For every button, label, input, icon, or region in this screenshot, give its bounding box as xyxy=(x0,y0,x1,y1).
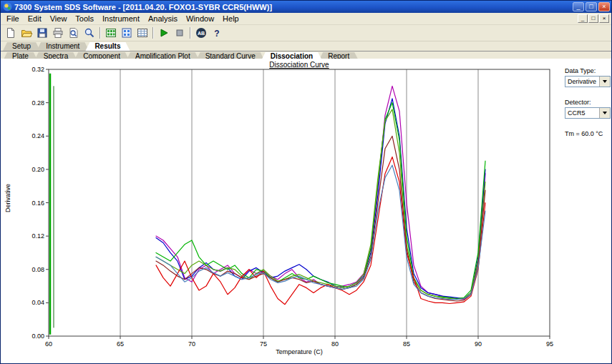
menu-item-help[interactable]: Help xyxy=(218,14,243,24)
child-minimize-button[interactable]: _ xyxy=(578,14,588,23)
restore-button[interactable]: □ xyxy=(586,2,597,11)
svg-text:60: 60 xyxy=(45,340,52,348)
dissociation-view: Dissociation Curve 0.000.040.080.120.160… xyxy=(1,59,611,363)
chevron-down-icon[interactable] xyxy=(599,77,610,87)
dissociation-chart: 0.000.040.080.120.160.200.240.280.326065… xyxy=(1,59,566,359)
toolbar-separator xyxy=(152,27,154,39)
start-run-button[interactable] xyxy=(156,26,172,40)
new-document-icon xyxy=(5,27,16,39)
svg-text:AB: AB xyxy=(198,31,205,36)
window-title: 7300 System SDS Software - [2011.04.20. … xyxy=(14,3,573,11)
help-icon: ? xyxy=(211,27,223,39)
stop-run-icon xyxy=(174,27,185,39)
svg-text:0.12: 0.12 xyxy=(31,232,44,240)
chart-options-panel: Data Type: Derivative Detector: CCR5 Tm … xyxy=(565,67,611,137)
detector-value: CCR5 xyxy=(565,109,599,117)
menu-item-analysis[interactable]: Analysis xyxy=(144,14,182,24)
menu-item-edit[interactable]: Edit xyxy=(24,14,46,24)
print-preview-icon xyxy=(68,27,79,39)
svg-text:0.32: 0.32 xyxy=(31,66,44,73)
plate-grid-icon xyxy=(105,27,117,39)
close-button[interactable]: × xyxy=(598,2,610,11)
svg-text:0.08: 0.08 xyxy=(31,266,44,273)
svg-text:0.04: 0.04 xyxy=(31,299,44,306)
print-preview-button[interactable] xyxy=(66,26,82,40)
svg-text:65: 65 xyxy=(117,340,124,348)
svg-text:70: 70 xyxy=(188,340,195,348)
child-close-button[interactable]: × xyxy=(599,14,609,23)
new-document-button[interactable] xyxy=(3,26,19,40)
y-axis-label: Derivative xyxy=(4,169,11,227)
data-type-select[interactable]: Derivative xyxy=(565,76,611,87)
chevron-down-icon[interactable] xyxy=(599,108,610,118)
svg-text:80: 80 xyxy=(331,340,339,348)
menu-item-instrument[interactable]: Instrument xyxy=(98,14,144,24)
print-icon xyxy=(52,27,64,39)
app-icon xyxy=(3,2,12,11)
tab-setup[interactable]: Setup xyxy=(3,42,40,51)
menu-item-file[interactable]: File xyxy=(2,14,24,24)
svg-text:0.00: 0.00 xyxy=(31,333,44,340)
svg-text:0.20: 0.20 xyxy=(31,166,44,173)
svg-text:0.16: 0.16 xyxy=(31,200,44,207)
stop-run-button[interactable] xyxy=(172,26,188,40)
well-grid-icon xyxy=(121,27,132,39)
tab-results[interactable]: Results xyxy=(85,42,130,51)
svg-text:90: 90 xyxy=(475,340,482,348)
menu-item-window[interactable]: Window xyxy=(182,14,218,24)
svg-text:0.28: 0.28 xyxy=(31,99,44,107)
toolbar-separator xyxy=(99,27,101,39)
ab-logo-button[interactable]: AB xyxy=(193,26,209,40)
svg-text:95: 95 xyxy=(546,340,553,348)
zoom-document-button[interactable] xyxy=(82,26,97,40)
help-button[interactable]: ? xyxy=(209,26,225,40)
menu-item-view[interactable]: View xyxy=(46,14,72,24)
tm-readout: Tm = 60.0 °C xyxy=(565,130,611,137)
data-type-value: Derivative xyxy=(565,78,599,85)
open-folder-icon xyxy=(21,27,32,39)
tab-dissociation[interactable]: Dissociation xyxy=(261,52,322,61)
results-table-icon xyxy=(137,27,148,39)
toolbar-separator xyxy=(190,27,191,39)
print-button[interactable] xyxy=(50,26,66,40)
data-type-label: Data Type: xyxy=(565,67,611,74)
ab-logo-icon: AB xyxy=(195,27,207,39)
toolbar: AB? xyxy=(1,25,611,41)
minimize-button[interactable]: _ xyxy=(573,2,584,11)
tab-instrument[interactable]: Instrument xyxy=(37,42,89,51)
save-icon xyxy=(37,27,48,39)
svg-text:?: ? xyxy=(214,29,219,39)
titlebar[interactable]: 7300 System SDS Software - [2011.04.20. … xyxy=(1,1,611,13)
detector-label: Detector: xyxy=(565,99,611,106)
svg-text:0.24: 0.24 xyxy=(31,132,44,139)
primary-tab-bar: SetupInstrumentResults xyxy=(1,41,611,51)
menu-list: FileEditViewToolsInstrumentAnalysisWindo… xyxy=(2,14,578,24)
child-restore-button[interactable]: □ xyxy=(588,14,598,23)
results-table-button[interactable] xyxy=(135,26,150,40)
start-run-icon xyxy=(158,27,170,39)
menubar: FileEditViewToolsInstrumentAnalysisWindo… xyxy=(1,13,611,25)
plate-grid-button[interactable] xyxy=(103,26,119,40)
svg-text:85: 85 xyxy=(403,340,410,348)
zoom-document-icon xyxy=(84,27,95,39)
app-window: 7300 System SDS Software - [2011.04.20. … xyxy=(0,0,612,364)
svg-text:75: 75 xyxy=(260,340,267,348)
detector-select[interactable]: CCR5 xyxy=(565,107,611,119)
save-button[interactable] xyxy=(34,26,50,40)
open-folder-button[interactable] xyxy=(19,26,34,40)
well-grid-button[interactable] xyxy=(119,26,135,40)
menu-item-tools[interactable]: Tools xyxy=(71,14,98,24)
x-axis-label: Temperature (C) xyxy=(49,348,550,355)
